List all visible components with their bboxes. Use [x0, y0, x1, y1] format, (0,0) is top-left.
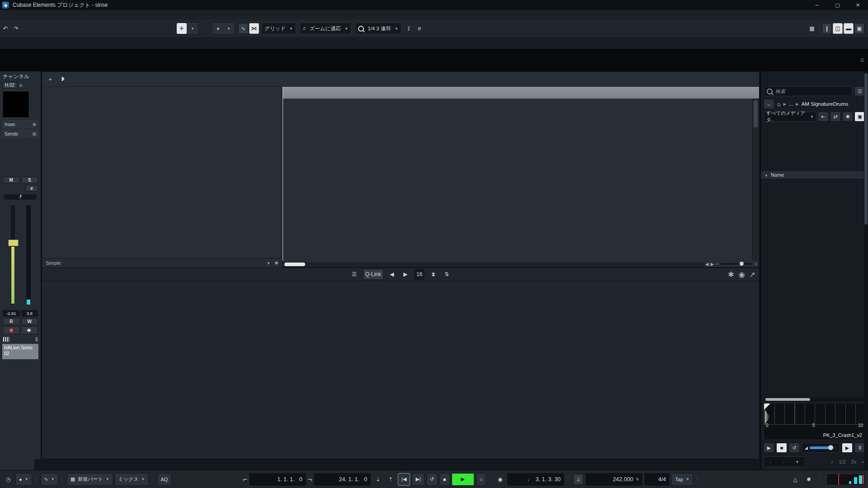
transport-gear-icon[interactable]: ✱	[804, 474, 814, 485]
inserts-rack[interactable]: Inser.⊕	[2, 120, 39, 128]
quantize-select[interactable]: 1/4 3 連符▼	[355, 23, 401, 34]
media-search-input[interactable]: 検索	[764, 86, 853, 96]
record-mode-select[interactable]: ●▼	[15, 473, 32, 486]
midi-cycle-mode-select[interactable]: ミックス▼	[115, 473, 149, 486]
scroll-left-icon[interactable]: ◀	[705, 262, 709, 267]
info-line-handle-icon[interactable]: ≣	[860, 57, 868, 63]
left-locator-value[interactable]: 1. 1. 1. 0	[249, 473, 306, 486]
audio-record-mode-select[interactable]: ∿▼	[41, 473, 58, 486]
inspector-mute-button[interactable]: M	[3, 177, 20, 183]
zoom-slider[interactable]	[720, 263, 752, 265]
mixer-snapshot-icon[interactable]: ◉	[739, 270, 745, 279]
media-gear-icon[interactable]: ✱	[842, 112, 853, 122]
punch-out-icon[interactable]: ⇡	[386, 474, 396, 485]
inspector-monitor-button[interactable]	[21, 326, 38, 334]
playhead-cursor[interactable]	[283, 87, 283, 261]
media-back-icon[interactable]: ←	[764, 99, 774, 109]
zoom-out-icon[interactable]: −	[716, 262, 718, 267]
breadcrumb-current[interactable]: AM SignatureDrums	[802, 101, 849, 107]
sends-add-icon[interactable]: ⊞	[33, 131, 36, 136]
inspector-record-button[interactable]	[3, 326, 20, 334]
media-type-select[interactable]: すべてのメディアタ.▼	[764, 112, 816, 122]
window-layout-icon[interactable]: ▣	[854, 23, 864, 34]
inspector-edit-button[interactable]: e	[25, 185, 38, 192]
media-panel-scrollbar[interactable]	[864, 71, 868, 470]
grid-type-select[interactable]: グリッド▼	[261, 23, 296, 34]
tempo-track-icon[interactable]: ♫	[573, 474, 583, 485]
auto-quantize-button[interactable]: AQ	[157, 473, 172, 486]
go-to-start-button[interactable]: |◀	[398, 473, 410, 486]
maximize-button[interactable]: ▢	[827, 0, 848, 10]
auto-scroll-icon[interactable]: ✛	[177, 23, 187, 34]
key-select[interactable]: --▼	[764, 456, 805, 467]
position-display[interactable]: ♩3. 1. 3. 30	[507, 473, 564, 486]
channel-left-icon[interactable]: ◀	[387, 269, 397, 280]
preview-stop-icon[interactable]: ■	[776, 443, 787, 453]
mixer-racks-icon[interactable]: ☰	[349, 269, 359, 280]
inspector-read-button[interactable]: R	[3, 318, 20, 325]
constrain-compensation-icon[interactable]: ◷	[3, 474, 13, 485]
midi-record-mode-select[interactable]: ▦新規パート▼	[67, 473, 113, 486]
volume-knob[interactable]	[828, 445, 833, 450]
add-track-icon[interactable]: ＋	[45, 74, 55, 84]
inspector-pan-control[interactable]: c	[4, 194, 37, 200]
fader-cap[interactable]	[8, 239, 19, 246]
preview-play-icon[interactable]: ▶	[764, 443, 774, 453]
minimize-button[interactable]: ─	[807, 0, 827, 10]
zoom-in-icon[interactable]: ＋	[754, 261, 758, 267]
inspector-fader[interactable]	[2, 203, 39, 308]
channel-right-icon[interactable]: ▶	[401, 269, 410, 280]
quantize-panel-icon[interactable]: e	[415, 23, 425, 34]
sort-arrow-icon[interactable]: ▲	[764, 173, 768, 177]
auto-play-toggle-icon[interactable]: ▶	[842, 443, 853, 453]
inspector-volume-value[interactable]: -2.81	[3, 310, 20, 317]
color-tool-icon[interactable]: ◕	[213, 23, 223, 34]
media-home-icon[interactable]: ⌂	[777, 101, 781, 108]
setup-toolbar-icon[interactable]: ▦	[807, 23, 817, 34]
inspector-write-button[interactable]: W	[21, 318, 38, 325]
timeline-ruler[interactable]	[283, 87, 759, 99]
tempo-value[interactable]: 242.000⇅	[585, 473, 642, 486]
breadcrumb-ellipsis[interactable]: ...	[789, 101, 793, 107]
color-tool-dropdown[interactable]: ▼	[224, 23, 234, 34]
qlink-button[interactable]: Q-Link	[363, 269, 383, 280]
zoom-slider-knob[interactable]	[740, 262, 744, 266]
horizontal-scroll-thumb[interactable]	[284, 263, 305, 266]
history-icon[interactable]: ⧗	[428, 269, 438, 280]
sends-rack[interactable]: Sends⊞	[2, 130, 39, 138]
right-locator-icon[interactable]: ¬	[308, 475, 312, 483]
snap-icon[interactable]: ⋈	[249, 23, 259, 34]
left-locator-icon[interactable]: ⌐	[243, 475, 247, 483]
channel-sort-icon[interactable]: ⇅	[442, 269, 452, 280]
half-tempo-button[interactable]: 1/2	[839, 459, 845, 465]
vertical-scrollbar[interactable]	[752, 99, 759, 261]
play-button[interactable]: ▶	[452, 473, 474, 486]
double-tempo-button[interactable]: 2x	[851, 459, 857, 465]
link-group-value[interactable]: 16	[414, 269, 425, 280]
preview-loop-icon[interactable]: ↺	[789, 443, 800, 453]
inserts-add-icon[interactable]: ⊕	[33, 122, 36, 127]
lower-zone-toggle-icon[interactable]: ◫	[833, 23, 843, 34]
track-filter-icon[interactable]: ❥	[58, 74, 68, 84]
time-signature-value[interactable]: 4/4	[644, 473, 670, 486]
stop-button[interactable]: ■	[439, 473, 450, 486]
record-button[interactable]: ○	[476, 473, 486, 486]
scroll-right-icon[interactable]: ▶	[710, 262, 714, 267]
right-locator-value[interactable]: 24. 1. 1. 0	[314, 473, 371, 486]
go-to-end-button[interactable]: ▶|	[412, 473, 424, 486]
channel-id-button[interactable]: H.02	[2, 82, 17, 89]
track-picture[interactable]	[2, 91, 29, 118]
event-display[interactable]: ◀ ▶ − ＋	[283, 87, 759, 267]
swing-icon[interactable]: ⁒	[404, 23, 414, 34]
preview-waveform[interactable]: 0 5 10 PK_3_Crash1_v2	[764, 403, 865, 440]
cycle-button[interactable]: ↺	[426, 473, 438, 486]
mixer-open-window-icon[interactable]: ↗	[750, 270, 755, 279]
auto-scroll-dropdown[interactable]: ▼	[188, 23, 198, 34]
jog-icon[interactable]: ◉	[495, 474, 505, 485]
horizontal-scrollbar[interactable]	[283, 262, 705, 267]
file-list-header[interactable]: Name	[771, 172, 784, 178]
punch-in-icon[interactable]: ⇣	[373, 474, 383, 485]
shuffle-results-icon[interactable]: ⇄	[830, 112, 841, 122]
auto-fade-icon[interactable]: ∿	[238, 23, 248, 34]
grid-zoom-select[interactable]: #ズームに適応▼	[300, 23, 351, 34]
